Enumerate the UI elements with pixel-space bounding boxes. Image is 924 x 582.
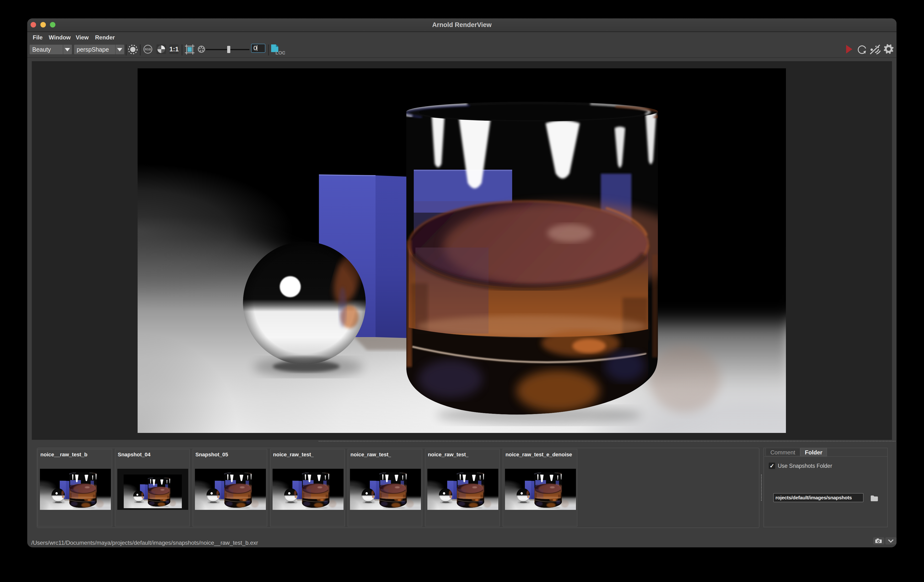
svg-text:RGB: RGB <box>145 48 151 51</box>
svg-text:LOG: LOG <box>276 50 285 55</box>
